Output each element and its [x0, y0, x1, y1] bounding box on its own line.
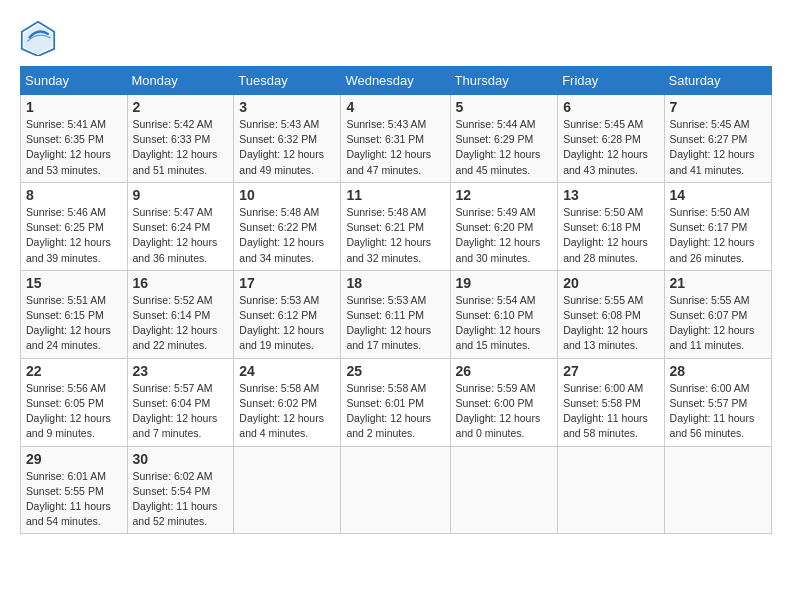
day-number: 15 [26, 275, 122, 291]
day-number: 12 [456, 187, 553, 203]
day-cell: 16Sunrise: 5:52 AM Sunset: 6:14 PM Dayli… [127, 270, 234, 358]
day-cell: 28Sunrise: 6:00 AM Sunset: 5:57 PM Dayli… [664, 358, 771, 446]
day-cell: 13Sunrise: 5:50 AM Sunset: 6:18 PM Dayli… [558, 182, 664, 270]
day-number: 13 [563, 187, 658, 203]
day-detail: Sunrise: 6:02 AM Sunset: 5:54 PM Dayligh… [133, 469, 229, 530]
logo-icon [20, 20, 56, 56]
day-detail: Sunrise: 6:01 AM Sunset: 5:55 PM Dayligh… [26, 469, 122, 530]
day-detail: Sunrise: 5:58 AM Sunset: 6:02 PM Dayligh… [239, 381, 335, 442]
day-cell: 22Sunrise: 5:56 AM Sunset: 6:05 PM Dayli… [21, 358, 128, 446]
col-header-monday: Monday [127, 67, 234, 95]
day-cell: 10Sunrise: 5:48 AM Sunset: 6:22 PM Dayli… [234, 182, 341, 270]
day-number: 5 [456, 99, 553, 115]
week-row-4: 22Sunrise: 5:56 AM Sunset: 6:05 PM Dayli… [21, 358, 772, 446]
page-header [20, 20, 772, 56]
day-cell: 20Sunrise: 5:55 AM Sunset: 6:08 PM Dayli… [558, 270, 664, 358]
day-detail: Sunrise: 5:44 AM Sunset: 6:29 PM Dayligh… [456, 117, 553, 178]
day-detail: Sunrise: 5:50 AM Sunset: 6:17 PM Dayligh… [670, 205, 766, 266]
day-number: 27 [563, 363, 658, 379]
day-number: 21 [670, 275, 766, 291]
day-cell [450, 446, 558, 534]
day-number: 26 [456, 363, 553, 379]
day-number: 19 [456, 275, 553, 291]
day-detail: Sunrise: 5:55 AM Sunset: 6:07 PM Dayligh… [670, 293, 766, 354]
day-detail: Sunrise: 5:53 AM Sunset: 6:11 PM Dayligh… [346, 293, 444, 354]
day-cell: 11Sunrise: 5:48 AM Sunset: 6:21 PM Dayli… [341, 182, 450, 270]
day-number: 25 [346, 363, 444, 379]
day-number: 7 [670, 99, 766, 115]
day-cell: 9Sunrise: 5:47 AM Sunset: 6:24 PM Daylig… [127, 182, 234, 270]
day-number: 1 [26, 99, 122, 115]
day-detail: Sunrise: 5:43 AM Sunset: 6:32 PM Dayligh… [239, 117, 335, 178]
day-cell: 15Sunrise: 5:51 AM Sunset: 6:15 PM Dayli… [21, 270, 128, 358]
col-header-sunday: Sunday [21, 67, 128, 95]
week-row-2: 8Sunrise: 5:46 AM Sunset: 6:25 PM Daylig… [21, 182, 772, 270]
day-cell: 8Sunrise: 5:46 AM Sunset: 6:25 PM Daylig… [21, 182, 128, 270]
day-number: 16 [133, 275, 229, 291]
day-cell [664, 446, 771, 534]
day-detail: Sunrise: 5:48 AM Sunset: 6:22 PM Dayligh… [239, 205, 335, 266]
day-number: 23 [133, 363, 229, 379]
day-detail: Sunrise: 5:50 AM Sunset: 6:18 PM Dayligh… [563, 205, 658, 266]
day-number: 30 [133, 451, 229, 467]
day-detail: Sunrise: 5:46 AM Sunset: 6:25 PM Dayligh… [26, 205, 122, 266]
day-cell: 1Sunrise: 5:41 AM Sunset: 6:35 PM Daylig… [21, 95, 128, 183]
col-header-tuesday: Tuesday [234, 67, 341, 95]
day-cell: 6Sunrise: 5:45 AM Sunset: 6:28 PM Daylig… [558, 95, 664, 183]
day-cell: 7Sunrise: 5:45 AM Sunset: 6:27 PM Daylig… [664, 95, 771, 183]
day-cell: 19Sunrise: 5:54 AM Sunset: 6:10 PM Dayli… [450, 270, 558, 358]
day-cell: 24Sunrise: 5:58 AM Sunset: 6:02 PM Dayli… [234, 358, 341, 446]
day-detail: Sunrise: 5:56 AM Sunset: 6:05 PM Dayligh… [26, 381, 122, 442]
day-number: 17 [239, 275, 335, 291]
day-cell: 14Sunrise: 5:50 AM Sunset: 6:17 PM Dayli… [664, 182, 771, 270]
day-cell: 17Sunrise: 5:53 AM Sunset: 6:12 PM Dayli… [234, 270, 341, 358]
day-detail: Sunrise: 5:47 AM Sunset: 6:24 PM Dayligh… [133, 205, 229, 266]
day-detail: Sunrise: 5:45 AM Sunset: 6:27 PM Dayligh… [670, 117, 766, 178]
day-detail: Sunrise: 5:45 AM Sunset: 6:28 PM Dayligh… [563, 117, 658, 178]
day-cell: 25Sunrise: 5:58 AM Sunset: 6:01 PM Dayli… [341, 358, 450, 446]
day-detail: Sunrise: 5:43 AM Sunset: 6:31 PM Dayligh… [346, 117, 444, 178]
day-detail: Sunrise: 5:48 AM Sunset: 6:21 PM Dayligh… [346, 205, 444, 266]
day-number: 18 [346, 275, 444, 291]
day-detail: Sunrise: 5:57 AM Sunset: 6:04 PM Dayligh… [133, 381, 229, 442]
day-detail: Sunrise: 5:51 AM Sunset: 6:15 PM Dayligh… [26, 293, 122, 354]
day-number: 11 [346, 187, 444, 203]
day-number: 14 [670, 187, 766, 203]
week-row-5: 29Sunrise: 6:01 AM Sunset: 5:55 PM Dayli… [21, 446, 772, 534]
day-cell: 29Sunrise: 6:01 AM Sunset: 5:55 PM Dayli… [21, 446, 128, 534]
day-cell: 4Sunrise: 5:43 AM Sunset: 6:31 PM Daylig… [341, 95, 450, 183]
day-cell: 2Sunrise: 5:42 AM Sunset: 6:33 PM Daylig… [127, 95, 234, 183]
day-cell: 5Sunrise: 5:44 AM Sunset: 6:29 PM Daylig… [450, 95, 558, 183]
col-header-friday: Friday [558, 67, 664, 95]
day-number: 24 [239, 363, 335, 379]
col-header-thursday: Thursday [450, 67, 558, 95]
col-header-wednesday: Wednesday [341, 67, 450, 95]
col-header-saturday: Saturday [664, 67, 771, 95]
day-cell: 18Sunrise: 5:53 AM Sunset: 6:11 PM Dayli… [341, 270, 450, 358]
day-detail: Sunrise: 5:41 AM Sunset: 6:35 PM Dayligh… [26, 117, 122, 178]
day-number: 3 [239, 99, 335, 115]
day-number: 8 [26, 187, 122, 203]
day-detail: Sunrise: 5:55 AM Sunset: 6:08 PM Dayligh… [563, 293, 658, 354]
day-detail: Sunrise: 6:00 AM Sunset: 5:58 PM Dayligh… [563, 381, 658, 442]
day-number: 2 [133, 99, 229, 115]
day-cell: 3Sunrise: 5:43 AM Sunset: 6:32 PM Daylig… [234, 95, 341, 183]
day-cell: 30Sunrise: 6:02 AM Sunset: 5:54 PM Dayli… [127, 446, 234, 534]
day-number: 20 [563, 275, 658, 291]
day-detail: Sunrise: 5:54 AM Sunset: 6:10 PM Dayligh… [456, 293, 553, 354]
calendar-table: SundayMondayTuesdayWednesdayThursdayFrid… [20, 66, 772, 534]
day-cell: 21Sunrise: 5:55 AM Sunset: 6:07 PM Dayli… [664, 270, 771, 358]
day-number: 28 [670, 363, 766, 379]
day-cell [341, 446, 450, 534]
day-number: 6 [563, 99, 658, 115]
day-detail: Sunrise: 5:53 AM Sunset: 6:12 PM Dayligh… [239, 293, 335, 354]
week-row-3: 15Sunrise: 5:51 AM Sunset: 6:15 PM Dayli… [21, 270, 772, 358]
day-detail: Sunrise: 6:00 AM Sunset: 5:57 PM Dayligh… [670, 381, 766, 442]
day-number: 4 [346, 99, 444, 115]
day-cell [234, 446, 341, 534]
day-cell: 12Sunrise: 5:49 AM Sunset: 6:20 PM Dayli… [450, 182, 558, 270]
day-number: 22 [26, 363, 122, 379]
day-detail: Sunrise: 5:59 AM Sunset: 6:00 PM Dayligh… [456, 381, 553, 442]
day-detail: Sunrise: 5:42 AM Sunset: 6:33 PM Dayligh… [133, 117, 229, 178]
day-cell [558, 446, 664, 534]
